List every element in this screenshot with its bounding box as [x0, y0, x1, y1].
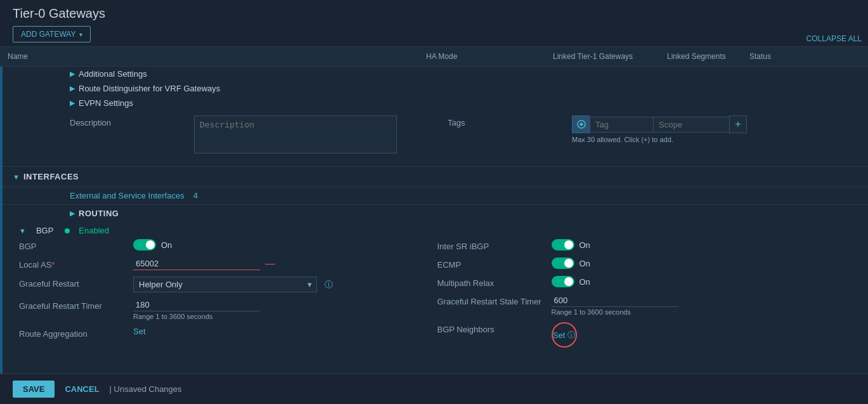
bgp-neighbors-label: BGP Neighbors [437, 322, 552, 334]
route-distinguisher-label: Route Distinguisher for VRF Gateways [79, 84, 220, 93]
multipath-relax-toggle[interactable] [552, 276, 574, 287]
bgp-toggle-state: On [161, 240, 172, 250]
col-header-linked-t1: Linked Tier-1 Gateways [545, 52, 659, 61]
add-gateway-button[interactable]: ADD GATEWAY ▾ [13, 26, 91, 42]
required-asterisk: * [51, 260, 55, 270]
graceful-restart-timer-range: Range 1 to 3600 seconds [133, 313, 260, 320]
local-as-input[interactable] [133, 257, 260, 270]
bottom-action-bar: SAVE CANCEL | Unsaved Changes [0, 374, 868, 404]
chevron-right-icon3: ▶ [70, 99, 75, 107]
col-header-linked-seg: Linked Segments [659, 52, 742, 61]
tag-input-row: + [572, 115, 747, 133]
ecmp-label: ECMP [437, 257, 552, 270]
inter-sr-ibgp-state: On [580, 240, 590, 250]
bgp-neighbors-set-container: Set ⓘ [552, 322, 577, 348]
add-gateway-label: ADD GATEWAY [21, 30, 75, 39]
chevron-down-icon: ▾ [79, 31, 82, 38]
additional-settings-row[interactable]: ▶ Additional Settings [0, 67, 868, 81]
chevron-right-icon4: ▶ [70, 209, 75, 218]
evpn-settings-row[interactable]: ▶ EVPN Settings [0, 96, 868, 110]
interfaces-count: 4 [193, 191, 198, 200]
tag-add-button[interactable]: + [729, 115, 747, 133]
collapse-all-button[interactable]: COLLAPSE ALL [806, 34, 862, 43]
evpn-settings-label: EVPN Settings [79, 98, 133, 108]
graceful-restart-select[interactable]: Disable Helper Only Full [133, 277, 317, 292]
routing-title: ROUTING [79, 209, 119, 218]
tag-field[interactable] [590, 117, 653, 133]
multipath-relax-label: Multipath Relax [437, 276, 552, 288]
tags-label: Tags [448, 115, 562, 127]
graceful-restart-label: Graceful Restart [19, 277, 133, 289]
routing-section[interactable]: ▶ ROUTING [0, 204, 868, 222]
description-input[interactable] [194, 115, 397, 153]
additional-settings-label: Additional Settings [79, 69, 147, 79]
multipath-relax-state: On [580, 277, 590, 287]
tags-hint: Max 30 allowed. Click (+) to add. [572, 136, 747, 143]
local-as-label: Local AS* [19, 257, 133, 270]
save-button[interactable]: SAVE [13, 381, 55, 398]
ecmp-state: On [580, 259, 590, 268]
bgp-neighbors-set-link[interactable]: Set [553, 330, 566, 340]
description-label: Description [70, 115, 184, 127]
chevron-right-icon2: ▶ [70, 84, 75, 93]
left-indicator-bar [0, 67, 3, 386]
unsaved-changes-indicator: | Unsaved Changes [110, 384, 182, 394]
col-header-status: Status [742, 52, 868, 61]
route-aggregation-set-link[interactable]: Set [133, 327, 146, 336]
multipath-relax-toggle-container: On [552, 276, 590, 287]
col-header-ha: HA Mode [418, 52, 545, 61]
route-aggregation-label: Route Aggregation [19, 327, 133, 339]
bgp-enabled-dot [65, 228, 70, 233]
chevron-down-icon2: ▼ [13, 173, 20, 181]
external-interfaces-link[interactable]: External and Service Interfaces [70, 191, 185, 200]
inter-sr-ibgp-toggle-container: On [552, 239, 590, 251]
ecmp-toggle[interactable] [552, 257, 574, 269]
graceful-restart-timer-input[interactable] [133, 299, 260, 311]
bgp-header: ▼ BGP Enabled [0, 222, 868, 239]
bgp-neighbors-info-icon[interactable]: ⓘ [567, 330, 575, 341]
tag-icon [572, 115, 590, 133]
route-distinguisher-row[interactable]: ▶ Route Distinguisher for VRF Gateways [0, 81, 868, 96]
interfaces-section[interactable]: ▼ INTERFACES [0, 166, 868, 187]
ecmp-toggle-container: On [552, 257, 590, 269]
chevron-right-icon: ▶ [70, 70, 75, 78]
bgp-neighbors-circle[interactable]: Set ⓘ [552, 322, 577, 348]
cancel-button[interactable]: CANCEL [65, 384, 99, 394]
inter-sr-ibgp-toggle[interactable] [552, 239, 574, 251]
error-indicator: — [265, 258, 275, 270]
graceful-stale-timer-input[interactable] [552, 294, 678, 307]
bgp-toggle[interactable] [133, 239, 156, 251]
inter-sr-ibgp-label: Inter SR iBGP [437, 239, 552, 251]
scope-field[interactable] [653, 117, 729, 133]
col-header-name: Name [0, 52, 418, 61]
chevron-down-icon3[interactable]: ▼ [19, 227, 26, 235]
graceful-stale-timer-label: Graceful Restart Stale Timer [437, 294, 552, 306]
bgp-enabled-label: Enabled [79, 226, 109, 235]
bgp-label: BGP [36, 226, 53, 235]
page-title: Tier-0 Gateways [13, 6, 855, 21]
graceful-stale-timer-range: Range 1 to 3600 seconds [552, 308, 678, 316]
interfaces-title: INTERFACES [23, 172, 79, 181]
graceful-restart-info-icon[interactable]: ⓘ [325, 279, 333, 290]
graceful-restart-timer-label: Graceful Restart Timer [19, 299, 133, 311]
bgp-field-label: BGP [19, 239, 133, 251]
bgp-toggle-container: On [133, 239, 172, 251]
